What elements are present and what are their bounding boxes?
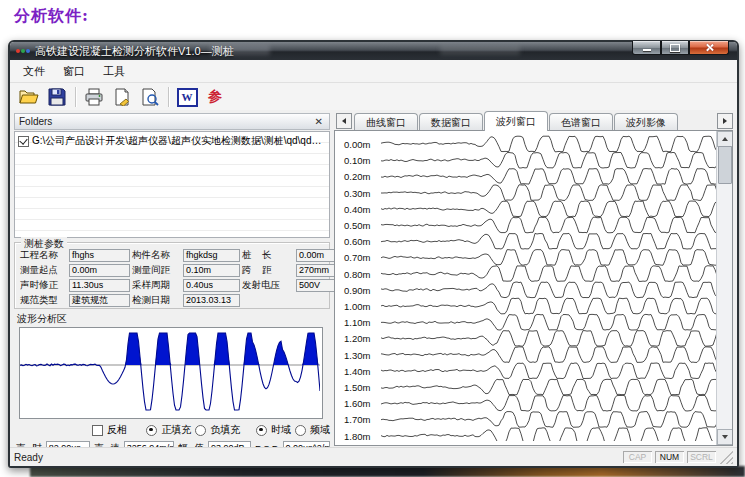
tab-scroll-right-button[interactable]	[717, 113, 733, 129]
tab-2[interactable]: 波列窗口	[484, 111, 548, 131]
minimize-icon	[643, 49, 651, 51]
tab-4[interactable]: 波列影像	[614, 113, 678, 130]
menu-item-1[interactable]: 窗口	[54, 61, 94, 82]
pile-params-grid: 工程名称fhghs构件名称fhgkdsg桩 长0.00m测量起点0.00m测量间…	[20, 248, 325, 307]
param-field-6[interactable]: 11.30us	[69, 279, 130, 292]
resize-grip[interactable]	[720, 451, 733, 464]
param-field-7[interactable]: 0.40us	[183, 279, 240, 292]
toolbar-separator	[75, 87, 76, 107]
tree-item-label: G:\公司产品设计开发\超声仪器\超声仪实地检测数据\测桩\qd\qd03\qd…	[32, 134, 326, 148]
depth-label-12: 1.20m	[344, 333, 380, 344]
depth-label-14: 1.40m	[344, 366, 380, 377]
word-export-button[interactable]: W	[173, 84, 201, 110]
print-button[interactable]	[80, 84, 108, 110]
close-icon	[705, 43, 714, 52]
pile-params-title: 测桩参数	[21, 237, 67, 251]
status-message: Ready	[14, 452, 620, 463]
app-icon-dot-red	[16, 49, 20, 53]
minimize-button[interactable]	[632, 41, 661, 55]
param-label-5: 跨 距	[242, 264, 294, 277]
depth-label-5: 0.50m	[344, 220, 380, 231]
folders-pane-header: Folders ✕	[14, 113, 330, 130]
parameter-button[interactable]: 参	[201, 84, 229, 110]
chevron-left-icon	[342, 118, 346, 124]
app-icon-dot-blue	[26, 49, 30, 53]
maximize-button[interactable]	[661, 41, 689, 55]
right-panel: 曲线窗口数据窗口波列窗口色谱窗口波列影像 1.80m1.70m1.60m1.50…	[334, 110, 733, 446]
vertical-scrollbar[interactable]	[716, 131, 732, 445]
param-field-1[interactable]: fhgkdsg	[183, 249, 240, 262]
invert-checkbox[interactable]	[92, 425, 103, 436]
param-field-4[interactable]: 0.10m	[183, 264, 240, 277]
analysis-waveform	[20, 328, 320, 416]
waveform-analysis-plot[interactable]	[19, 327, 323, 419]
status-bar: Ready CAPNUMSCRL	[10, 447, 737, 466]
analysis-controls: 反相正填充负填充时域频域	[14, 423, 330, 437]
printer-icon	[84, 88, 104, 106]
param-label-9: 规范类型	[20, 294, 67, 307]
status-indicator-num: NUM	[655, 451, 684, 463]
param-field-9[interactable]: 建筑规范	[69, 294, 130, 307]
depth-label-13: 1.30m	[344, 350, 380, 361]
app-icon-dot-green	[21, 49, 25, 53]
title-bar[interactable]: 高铁建设混凝土检测分析软件V1.0—测桩	[10, 42, 737, 60]
page-magnifier-icon	[141, 88, 159, 106]
toolbar: W 参	[10, 83, 737, 112]
export-report-button[interactable]	[108, 84, 136, 110]
save-button[interactable]	[43, 84, 71, 110]
window-controls	[632, 41, 729, 55]
app-window: 高铁建设混凝土检测分析软件V1.0—测桩 文件窗口工具	[8, 40, 739, 468]
arrow-down-icon	[722, 435, 728, 439]
print-preview-button[interactable]	[136, 84, 164, 110]
tab-3[interactable]: 色谱窗口	[549, 113, 613, 130]
fill-radio-label-0: 正填充	[161, 423, 191, 437]
depth-label-1: 0.10m	[344, 155, 380, 166]
depth-label-6: 0.60m	[344, 236, 380, 247]
depth-label-18: 1.80m	[344, 431, 380, 442]
menu-item-0[interactable]: 文件	[14, 61, 54, 82]
waveform-area-label: 波形分析区	[17, 312, 330, 326]
depth-label-4: 0.40m	[344, 204, 380, 215]
domain-radio-label-1: 频域	[310, 423, 330, 437]
param-field-10[interactable]: 2013.03.13	[183, 294, 240, 307]
param-label-7: 采样周期	[132, 279, 181, 292]
glass-reflection	[440, 45, 520, 55]
param-field-0[interactable]: fhghs	[69, 249, 130, 262]
fill-radio-0[interactable]	[146, 425, 157, 436]
open-folder-icon	[19, 88, 39, 106]
param-field-3[interactable]: 0.00m	[69, 264, 130, 277]
tab-1[interactable]: 数据窗口	[419, 113, 483, 130]
param-label-4: 测量间距	[132, 264, 181, 277]
depth-label-7: 0.70m	[344, 252, 380, 263]
status-indicator-scrl: SCRL	[687, 451, 716, 463]
tab-scroll-left-button[interactable]	[336, 113, 352, 129]
scrollbar-thumb[interactable]	[718, 146, 732, 184]
depth-label-8: 0.80m	[344, 269, 380, 280]
depth-label-10: 1.00m	[344, 301, 380, 312]
menu-item-2[interactable]: 工具	[94, 61, 134, 82]
folders-close-icon[interactable]: ✕	[313, 117, 325, 127]
open-button[interactable]	[15, 84, 43, 110]
word-icon: W	[177, 88, 198, 107]
scroll-up-button[interactable]	[717, 131, 733, 147]
tree-item[interactable]: G:\公司产品设计开发\超声仪器\超声仪实地检测数据\测桩\qd\qd03\qd…	[18, 134, 326, 148]
chevron-right-icon	[723, 118, 727, 124]
scroll-down-button[interactable]	[717, 429, 733, 445]
tree-item-checkbox[interactable]	[18, 136, 29, 147]
wave-train-view[interactable]: 1.80m1.70m1.60m1.50m1.40m1.30m1.20m1.10m…	[334, 130, 733, 446]
pile-params-group: 测桩参数 工程名称fhghs构件名称fhgkdsg桩 长0.00m测量起点0.0…	[14, 242, 330, 309]
close-button[interactable]	[689, 41, 729, 55]
param-label-10: 检测日期	[132, 294, 181, 307]
folders-tree: G:\公司产品设计开发\超声仪器\超声仪实地检测数据\测桩\qd\qd03\qd…	[14, 131, 330, 238]
page-title: 分析软件:	[14, 6, 89, 27]
fill-radio-1[interactable]	[195, 425, 206, 436]
tab-0[interactable]: 曲线窗口	[354, 113, 418, 130]
menu-bar: 文件窗口工具	[10, 60, 737, 83]
arrow-up-icon	[722, 137, 728, 141]
tab-strip: 曲线窗口数据窗口波列窗口色谱窗口波列影像	[334, 110, 733, 130]
invert-label: 反相	[107, 423, 127, 437]
domain-radio-0[interactable]	[256, 425, 267, 436]
depth-label-9: 0.90m	[344, 285, 380, 296]
depth-label-2: 0.20m	[344, 171, 380, 182]
domain-radio-1[interactable]	[295, 425, 306, 436]
